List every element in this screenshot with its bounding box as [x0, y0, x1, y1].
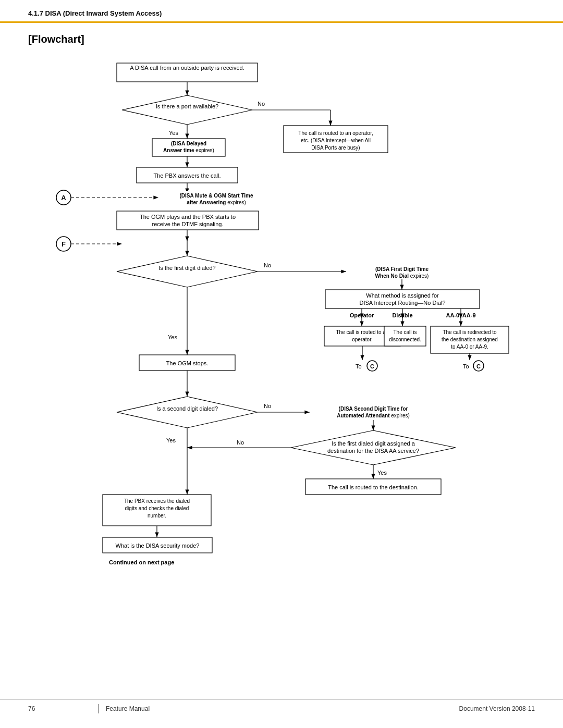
svg-text:A DISA call from an outside pa: A DISA call from an outside party is rec… [130, 65, 244, 71]
svg-text:C: C [370, 363, 374, 369]
svg-text:Yes: Yes [377, 470, 387, 476]
header: 4.1.7 DISA (Direct Inward System Access) [0, 0, 563, 23]
svg-text:Is the first dialed digit assi: Is the first dialed digit assigned a [332, 440, 415, 447]
svg-text:operator.: operator. [352, 337, 372, 342]
svg-text:Answer time expires): Answer time expires) [163, 147, 214, 153]
svg-text:Is the first digit dialed?: Is the first digit dialed? [158, 265, 215, 271]
svg-text:destination for the DISA AA se: destination for the DISA AA service? [327, 448, 419, 454]
svg-text:The call is routed to an opera: The call is routed to an operator, [298, 130, 373, 136]
svg-text:The OGM plays and the PBX star: The OGM plays and the PBX starts to [140, 214, 236, 220]
svg-text:What is the DISA security mode: What is the DISA security mode? [116, 542, 200, 549]
flowchart-svg: A DISA call from an outside party is rec… [28, 58, 523, 657]
svg-text:Is a second digit dialed?: Is a second digit dialed? [156, 405, 218, 412]
svg-text:What method is assigned for: What method is assigned for [366, 292, 439, 299]
svg-text:When No Dial expires): When No Dial expires) [375, 273, 429, 279]
svg-text:A: A [61, 194, 66, 202]
footer: 76 Feature Manual Document Version 2008-… [0, 699, 563, 713]
svg-text:Yes: Yes [168, 334, 177, 340]
svg-text:The PBX receives the dialed: The PBX receives the dialed [124, 498, 190, 504]
svg-text:F: F [62, 240, 66, 248]
svg-text:C: C [476, 363, 481, 369]
svg-text:(DISA Second Digit Time for: (DISA Second Digit Time for [339, 406, 408, 412]
section-title: 4.1.7 DISA (Direct Inward System Access) [28, 9, 162, 17]
svg-text:The PBX answers the call.: The PBX answers the call. [153, 172, 221, 179]
svg-text:The call is routed to an: The call is routed to an [336, 329, 388, 335]
flowchart-title: [Flowchart] [28, 33, 535, 45]
svg-text:disconnected.: disconnected. [389, 337, 421, 342]
svg-text:DISA Ports are busy): DISA Ports are busy) [311, 145, 360, 151]
svg-marker-37 [117, 256, 258, 287]
svg-text:Disable: Disable [392, 312, 412, 318]
svg-text:to AA-0 or AA-9.: to AA-0 or AA-9. [451, 344, 488, 350]
main-content: [Flowchart] A DISA call from an outside … [0, 33, 563, 659]
svg-text:The call is routed to the dest: The call is routed to the destination. [328, 484, 419, 490]
svg-text:after Answering expires): after Answering expires) [187, 200, 246, 205]
svg-text:the destination assigned: the destination assigned [442, 337, 498, 342]
svg-text:No: No [264, 403, 271, 409]
page: 4.1.7 DISA (Direct Inward System Access)… [0, 0, 563, 728]
svg-text:etc. (DISA Intercept—when All: etc. (DISA Intercept—when All [301, 138, 371, 143]
svg-text:AA-0, AA-9: AA-0, AA-9 [446, 312, 475, 318]
svg-text:To: To [463, 363, 469, 369]
svg-text:Continued on next page: Continued on next page [109, 559, 174, 565]
svg-text:The OGM stops.: The OGM stops. [166, 360, 209, 366]
svg-text:Automated Attendant expires): Automated Attendant expires) [337, 413, 410, 418]
svg-text:To: To [356, 363, 362, 369]
svg-text:Is there a port available?: Is there a port available? [156, 103, 218, 109]
svg-text:DISA Intercept Routing—No Dial: DISA Intercept Routing—No Dial? [359, 300, 445, 306]
svg-marker-80 [117, 397, 258, 428]
svg-text:(DISA Delayed: (DISA Delayed [171, 141, 206, 146]
svg-text:(DISA First Digit Time: (DISA First Digit Time [375, 266, 429, 272]
svg-text:Yes: Yes [166, 437, 176, 443]
svg-text:No: No [237, 439, 244, 446]
footer-version: Document Version 2008-11 [459, 705, 535, 712]
svg-text:The call is: The call is [393, 329, 417, 335]
svg-text:Operator: Operator [350, 312, 374, 318]
flowchart: A DISA call from an outside party is rec… [28, 58, 535, 659]
footer-divider [98, 704, 99, 713]
svg-text:No: No [264, 262, 271, 268]
svg-text:receive the DTMF signaling.: receive the DTMF signaling. [152, 221, 224, 227]
svg-marker-5 [122, 95, 252, 125]
footer-manual-label: Feature Manual [106, 705, 459, 712]
page-number: 76 [28, 705, 91, 712]
svg-text:Yes: Yes [169, 130, 178, 136]
svg-text:digits and checks the dialed: digits and checks the dialed [125, 505, 189, 511]
svg-text:number.: number. [148, 513, 166, 519]
svg-text:No: No [258, 101, 265, 107]
svg-text:The call is redirected to: The call is redirected to [443, 329, 497, 335]
svg-text:(DISA Mute & OGM Start Time: (DISA Mute & OGM Start Time [179, 193, 253, 199]
